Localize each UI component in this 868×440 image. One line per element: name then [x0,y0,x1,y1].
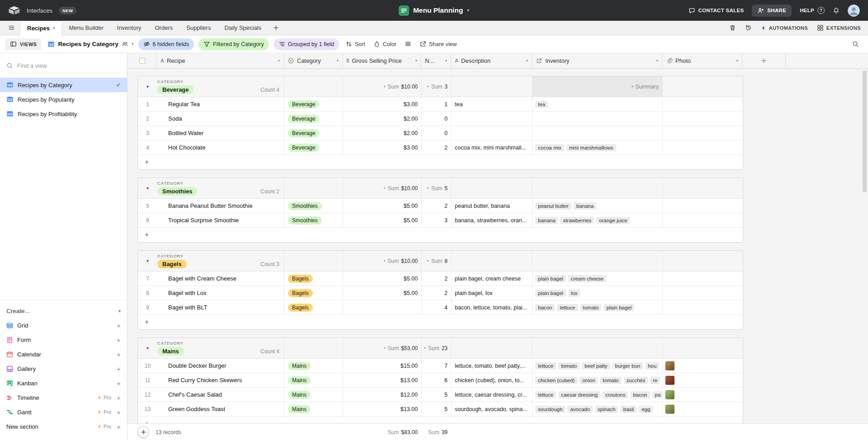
add-row-button[interactable]: + [138,417,743,423]
cell-inventory[interactable]: peanut butterbanana [533,199,663,213]
cell-inventory[interactable]: chicken (cubed)oniontomatozucchinire [533,373,663,387]
tab-inventory[interactable]: Inventory [110,21,148,35]
find-view-input[interactable] [17,62,121,69]
share-view-button[interactable]: Share view [418,41,459,47]
cell-description[interactable]: tea [452,97,533,111]
cell-inventory[interactable]: plain bagelcream cheese [533,271,663,286]
cell-inventory[interactable]: baconlettucetomatoplain bagel [533,300,663,314]
cell-description[interactable]: chicken (cubed), onion, to... [452,373,533,387]
cell-category[interactable]: Mains [284,402,343,416]
cell-category[interactable]: Mains [284,359,343,373]
cell-photo[interactable] [663,199,743,213]
cell-description[interactable]: lettuce, caesar dressing, cr... [452,388,533,402]
cell-inventory[interactable]: tea [533,97,663,111]
tab-daily-specials[interactable]: Daily Specials [217,21,268,35]
group-collapse-button[interactable]: ▾ [138,338,157,358]
column-header-photo[interactable]: Photo▾ [662,53,742,68]
group-number-summary[interactable]: ▾Sum3 [422,76,452,97]
share-button[interactable]: SHARE [752,5,792,17]
tab-recipes[interactable]: Recipes▾ [20,21,62,35]
hidden-fields-button[interactable]: 6 hidden fields [138,38,194,50]
search-icon[interactable] [852,41,863,47]
create-gantt[interactable]: GanttPro+ [0,405,127,419]
trash-icon[interactable] [729,24,736,31]
cell-number[interactable]: 0 [422,112,452,126]
tab-orders[interactable]: Orders [148,21,180,35]
sidebar-view-recipes-by-profitability[interactable]: Recipes by Profitability [0,107,127,121]
row-height-button[interactable] [403,41,413,47]
plus-icon[interactable]: + [117,380,121,387]
help-button[interactable]: HELP ? [800,7,825,14]
group-collapse-button[interactable]: ▾ [138,251,157,271]
cell-price[interactable]: $3.00 [343,97,422,111]
column-header-inventory[interactable]: Inventory▾ [532,53,662,68]
contact-sales-button[interactable]: CONTACT SALES [689,7,744,14]
cell-photo[interactable] [663,97,743,111]
cell-number[interactable]: 3 [422,213,452,227]
cell-recipe[interactable]: Bottled Water [157,126,284,140]
cell-category[interactable]: Beverage [284,126,343,140]
select-all-checkbox[interactable] [139,58,145,64]
plus-icon[interactable]: + [117,337,121,343]
plus-icon[interactable]: + [117,351,121,358]
cell-price[interactable] [343,300,422,314]
cell-category[interactable]: Beverage [284,140,343,154]
base-title-group[interactable]: Menu Planning ▾ [399,5,469,16]
extensions-button[interactable]: EXTENSIONS [817,24,861,31]
cell-category[interactable]: Bagels [284,300,343,314]
views-button[interactable]: VIEWS [5,38,41,50]
cell-recipe[interactable]: Chef's Caesar Salad [157,388,284,402]
sidebar-view-recipes-by-popularity[interactable]: Recipes by Popularity [0,92,127,107]
cell-inventory[interactable]: plain bagellox [533,286,663,300]
cell-price[interactable]: $13.00 [343,402,422,416]
cell-description[interactable] [452,126,533,140]
plus-icon[interactable]: + [117,322,121,329]
cell-number[interactable]: 2 [422,271,452,286]
cell-recipe[interactable]: Hot Chocolate [157,140,284,154]
group-button[interactable]: Grouped by 1 field [274,38,339,50]
create-form[interactable]: Form+ [0,332,127,347]
group-price-summary[interactable]: ▾Sum$53.00 [343,338,422,358]
cell-recipe[interactable]: Red Curry Chicken Skewers [157,373,284,387]
cell-price[interactable]: $5.00 [343,199,422,213]
vertical-scrollbar[interactable] [863,70,867,421]
group-collapse-button[interactable]: ▾ [138,178,157,198]
cell-category[interactable]: Mains [284,388,343,402]
footer-price-sum[interactable]: Sum $83.00 [343,429,421,435]
cell-photo[interactable] [663,140,743,154]
column-header-recipe[interactable]: ARecipe▾ [157,53,284,68]
cell-category[interactable]: Mains [284,373,343,387]
cell-price[interactable]: $15.00 [343,359,422,373]
cell-photo[interactable] [663,359,743,373]
cell-number[interactable]: 0 [422,126,452,140]
cell-description[interactable]: banana, strawberries, oran... [452,213,533,227]
cell-recipe[interactable]: Green Goddess Toast [157,402,284,416]
cell-photo[interactable] [663,388,743,402]
plus-icon[interactable]: + [117,423,121,430]
cell-category[interactable]: Bagels [284,286,343,300]
cell-inventory[interactable]: sourdoughavocadospinachbasilegg [533,402,663,416]
cell-number[interactable]: 5 [422,402,452,416]
column-header-n[interactable]: N...▾ [421,53,451,68]
create-grid[interactable]: Grid+ [0,318,127,332]
group-number-summary[interactable]: ▾Sum23 [422,338,452,358]
cell-description[interactable]: plain bagel, cream cheese [452,271,533,286]
cell-price[interactable]: $5.00 [343,271,422,286]
add-row-button[interactable]: + [138,155,743,169]
cell-photo[interactable] [663,271,743,286]
cell-price[interactable]: $13.00 [343,373,422,387]
cell-photo[interactable] [663,126,743,140]
group-collapse-button[interactable]: ▾ [138,76,157,97]
interfaces-button[interactable]: Interfaces [27,7,52,14]
plus-icon[interactable]: + [117,409,121,416]
cell-price[interactable]: $2.00 [343,126,422,140]
cell-description[interactable]: cocoa mix, mini marshmall... [452,140,533,154]
scrollbar-thumb[interactable] [863,70,867,192]
column-header-description[interactable]: ADescription▾ [451,53,532,68]
cell-recipe[interactable]: Soda [157,112,284,126]
cell-category[interactable]: Smoothies [284,199,343,213]
cell-recipe[interactable]: Bagel with BLT [157,300,284,314]
cell-description[interactable]: lettuce, tomato, beef patty,... [452,359,533,373]
cell-price[interactable]: $3.00 [343,140,422,154]
create-section-toggle[interactable]: Create... ▾ [0,304,127,318]
